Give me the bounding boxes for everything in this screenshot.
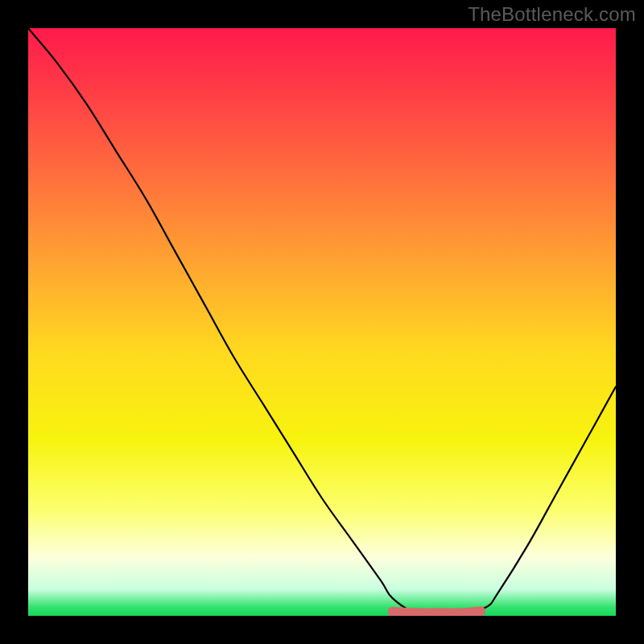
chart-container: TheBottleneck.com bbox=[0, 0, 644, 644]
gradient-background bbox=[28, 28, 616, 616]
optimal-zone-marker bbox=[393, 611, 481, 613]
watermark-text: TheBottleneck.com bbox=[468, 3, 636, 26]
plot-area bbox=[28, 28, 616, 616]
bottleneck-chart bbox=[28, 28, 616, 616]
